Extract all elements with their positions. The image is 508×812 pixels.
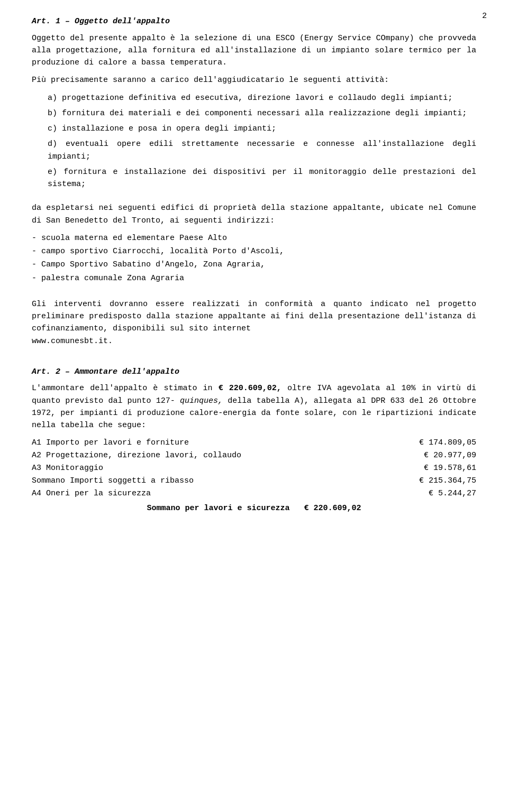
row-a1-label: A1 Importo per lavori e forniture [32, 437, 413, 449]
activity-d-text: eventuali opere edili strettamente neces… [48, 140, 476, 161]
list-item: c) installazione e posa in opera degli i… [48, 123, 476, 135]
list-item: a) progettazione definitiva ed esecutiva… [48, 92, 476, 104]
art2-section: Art. 2 – Ammontare dell'appalto L'ammont… [32, 366, 476, 515]
list-item: b) fornitura dei materiali e dei compone… [48, 107, 476, 119]
art1-activities-list: a) progettazione definitiva ed esecutiva… [48, 92, 476, 191]
row-a1-value: € 174.809,05 [413, 437, 476, 449]
page-number: 2 [482, 11, 487, 23]
table-row: A4 Oneri per la sicurezza € 5.244,27 [32, 487, 476, 500]
row-a2-label: A2 Progettazione, direzione lavori, coll… [32, 449, 413, 462]
list-item: d) eventuali opere edili strettamente ne… [48, 138, 476, 163]
total-label: Sommano per lavori e sicurezza € 220.609… [147, 502, 361, 515]
art1-locations-list: - scuola materna ed elementare Paese Alt… [32, 232, 476, 284]
activity-e-label: e) [48, 168, 64, 177]
art2-intro: L'ammontare dell'appalto è stimato in [32, 384, 213, 393]
art2-table: A1 Importo per lavori e forniture € 174.… [32, 437, 476, 515]
activity-a-text: progettazione definitiva ed esecutiva, d… [62, 94, 452, 103]
row-a4-value: € 5.244,27 [413, 487, 476, 500]
website-link[interactable]: www.comunesbt.it. [32, 337, 113, 346]
row-a4-label: A4 Oneri per la sicurezza [32, 487, 413, 500]
activity-d-label: d) [48, 140, 66, 149]
table-row-total: Sommano per lavori e sicurezza € 220.609… [32, 502, 476, 515]
dash-item: - scuola materna ed elementare Paese Alt… [32, 232, 476, 244]
activity-c-label: c) [48, 124, 62, 133]
table-row: Sommano Importi soggetti a ribasso € 215… [32, 475, 476, 487]
table-row: A3 Monitoraggio € 19.578,61 [32, 462, 476, 475]
art1-paragraph3: da espletarsi nei seguenti edifici di pr… [32, 202, 476, 227]
activity-e-text: fornitura e installazione dei dispositiv… [48, 168, 476, 189]
art1-title: Art. 1 – Oggetto dell'appalto [32, 16, 476, 28]
art1-paragraph4: Gli interventi dovranno essere realizzat… [32, 298, 476, 347]
art1-paragraph2: Più precisamente saranno a carico dell'a… [32, 74, 476, 86]
dash-item: - palestra comunale Zona Agraria [32, 272, 476, 284]
activity-b-label: b) [48, 109, 62, 118]
row-sommano-label: Sommano Importi soggetti a ribasso [32, 475, 413, 487]
art2-intro-paragraph: L'ammontare dell'appalto è stimato in € … [32, 382, 476, 431]
activity-b-text: fornitura dei materiali e dei componenti… [62, 109, 467, 118]
art2-italic-text: quinques, [180, 396, 223, 405]
dash-item: - Campo Sportivo Sabatino d'Angelo, Zona… [32, 259, 476, 271]
row-sommano-value: € 215.364,75 [413, 475, 476, 487]
art2-amount-bold: € 220.609,02, [219, 384, 282, 393]
activity-c-text: installazione e posa in opera degli impi… [62, 124, 276, 133]
table-row: A1 Importo per lavori e forniture € 174.… [32, 437, 476, 449]
row-a3-value: € 19.578,61 [413, 462, 476, 475]
row-a3-label: A3 Monitoraggio [32, 462, 413, 475]
row-a2-value: € 20.977,09 [413, 449, 476, 462]
dash-item: - campo sportivo Ciarrocchi, località Po… [32, 245, 476, 257]
activity-a-label: a) [48, 94, 62, 103]
art1-paragraph1: Oggetto del presente appalto è la selezi… [32, 32, 476, 69]
art1-section: Art. 1 – Oggetto dell'appalto Oggetto de… [32, 16, 476, 347]
table-row: A2 Progettazione, direzione lavori, coll… [32, 449, 476, 462]
art2-title: Art. 2 – Ammontare dell'appalto [32, 366, 476, 379]
list-item: e) fornitura e installazione dei disposi… [48, 166, 476, 191]
